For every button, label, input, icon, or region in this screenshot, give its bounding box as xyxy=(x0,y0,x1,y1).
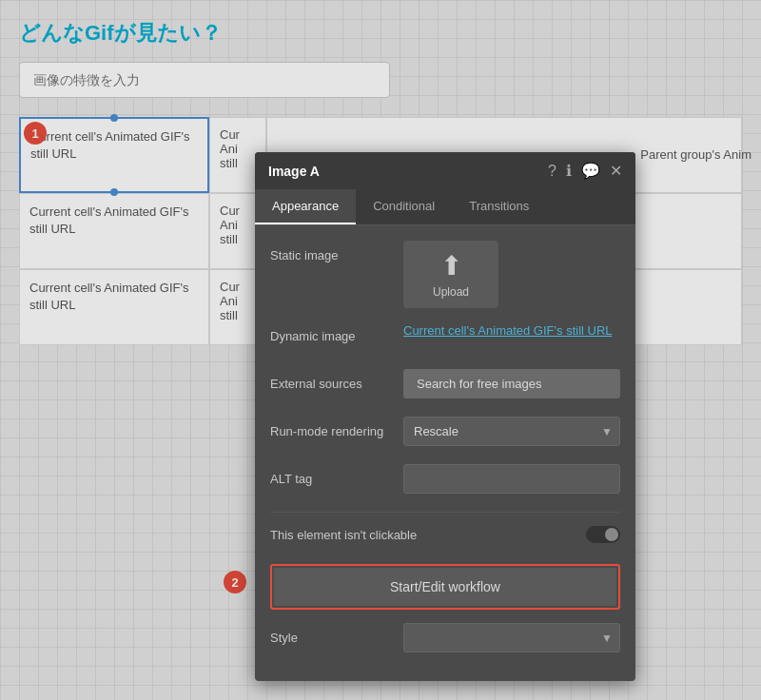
tab-transitions[interactable]: Transitions xyxy=(452,189,546,224)
chat-icon[interactable]: 💬 xyxy=(581,162,600,180)
modal-title: Image A xyxy=(268,164,320,179)
run-mode-control: Rescale Stretch Original ▼ xyxy=(403,417,620,446)
style-label: Style xyxy=(270,631,403,645)
run-mode-select-wrapper: Rescale Stretch Original ▼ xyxy=(403,417,620,446)
info-icon[interactable]: ℹ xyxy=(566,162,572,180)
run-mode-row: Run-mode rendering Rescale Stretch Origi… xyxy=(270,417,620,451)
clickable-row: This element isn't clickable xyxy=(270,526,620,551)
external-sources-label: External sources xyxy=(270,369,403,391)
search-free-images-button[interactable]: Search for free images xyxy=(403,369,620,399)
modal-header-icons: ? ℹ 💬 ✕ xyxy=(548,162,622,180)
external-sources-row: External sources Search for free images xyxy=(270,369,620,403)
modal-body: Static image ⬆ Upload Dynamic image Curr… xyxy=(255,225,635,681)
upload-icon: ⬆ xyxy=(440,250,462,282)
external-sources-control: Search for free images xyxy=(403,369,620,399)
alt-tag-row: ALT tag xyxy=(270,464,620,498)
run-mode-select[interactable]: Rescale Stretch Original xyxy=(403,417,620,446)
dynamic-image-control: Current cell's Animated GIF's still URL xyxy=(403,321,620,339)
workflow-button[interactable]: Start/Edit workflow xyxy=(274,568,616,606)
modal-image-a: Image A ? ℹ 💬 ✕ Appearance Conditional T… xyxy=(255,152,635,681)
static-image-label: Static image xyxy=(270,241,403,262)
tab-conditional[interactable]: Conditional xyxy=(356,189,452,224)
dynamic-image-link[interactable]: Current cell's Animated GIF's still URL xyxy=(403,323,613,338)
clickable-label: This element isn't clickable xyxy=(270,528,586,542)
workflow-button-wrapper: Start/Edit workflow xyxy=(270,564,620,610)
question-icon[interactable]: ? xyxy=(548,163,556,180)
run-mode-label: Run-mode rendering xyxy=(270,417,403,438)
modal-tabs: Appearance Conditional Transitions xyxy=(255,189,635,225)
style-row: Style ▼ xyxy=(270,623,620,652)
dynamic-image-label: Dynamic image xyxy=(270,321,403,343)
style-control: ▼ xyxy=(403,623,620,652)
modal-header: Image A ? ℹ 💬 ✕ xyxy=(255,152,635,189)
static-image-row: Static image ⬆ Upload xyxy=(270,241,620,308)
style-select-wrapper: ▼ xyxy=(403,623,620,652)
alt-tag-label: ALT tag xyxy=(270,464,403,486)
style-select[interactable] xyxy=(403,623,620,652)
tab-appearance[interactable]: Appearance xyxy=(255,189,356,224)
dynamic-image-row: Dynamic image Current cell's Animated GI… xyxy=(270,321,620,356)
alt-tag-input[interactable] xyxy=(403,464,620,494)
divider-1 xyxy=(270,512,620,513)
static-image-control: ⬆ Upload xyxy=(403,241,620,308)
clickable-toggle[interactable] xyxy=(586,526,620,543)
upload-box[interactable]: ⬆ Upload xyxy=(403,241,498,308)
upload-label: Upload xyxy=(433,285,469,299)
close-icon[interactable]: ✕ xyxy=(610,162,622,180)
alt-tag-control xyxy=(403,464,620,494)
